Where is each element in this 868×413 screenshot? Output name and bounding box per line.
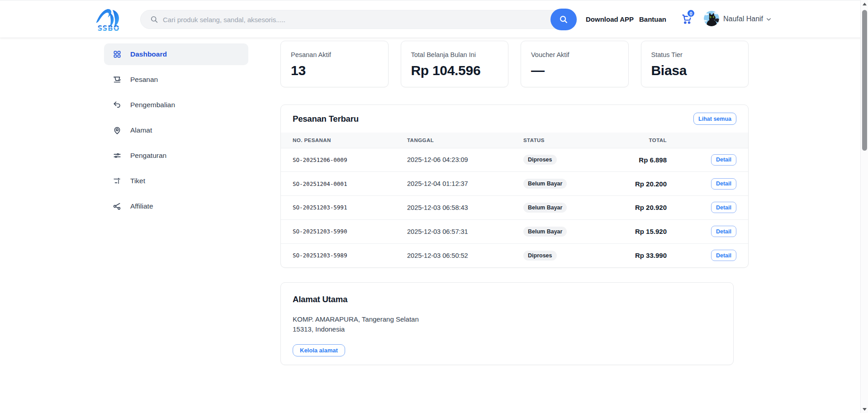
order-id: SO-20251203-5989 — [281, 243, 407, 267]
order-total: Rp 33.990 — [632, 243, 667, 267]
logo-wordmark: SSBO — [97, 24, 119, 32]
stat-value: Rp 104.596 — [411, 63, 498, 78]
detail-button[interactable]: Detail — [711, 154, 736, 166]
sidebar-item-affiliate[interactable]: Affiliate — [104, 195, 248, 217]
nav-bantuan[interactable]: Bantuan — [639, 15, 666, 23]
order-date: 2025-12-03 06:57:31 — [407, 219, 523, 243]
order-status-badge: Diproses — [523, 251, 557, 261]
stat-value: — — [531, 63, 618, 78]
order-date: 2025-12-06 04:23:09 — [407, 148, 523, 172]
stat-card-total-belanja: Total Belanja Bulan Ini Rp 104.596 — [401, 41, 509, 87]
scrollbar-thumb[interactable] — [862, 10, 867, 151]
order-total: Rp 6.898 — [632, 148, 667, 172]
return-arrow-icon — [113, 100, 122, 109]
stat-card-pesanan-aktif: Pesanan Aktif 13 — [280, 41, 389, 87]
detail-button[interactable]: Detail — [711, 178, 736, 190]
view-all-button[interactable]: Lihat semua — [693, 113, 736, 125]
search-icon — [150, 15, 159, 24]
sidebar-item-pesanan[interactable]: Pesanan — [104, 69, 248, 90]
stat-cards: Pesanan Aktif 13 Total Belanja Bulan Ini… — [280, 41, 749, 87]
share-icon — [113, 202, 122, 211]
sidebar-item-label: Dashboard — [130, 50, 167, 58]
order-row: SO-20251206-0009 2025-12-06 04:23:09 Dip… — [281, 148, 748, 172]
order-total: Rp 20.920 — [632, 196, 667, 220]
stat-label: Voucher Aktif — [531, 51, 618, 59]
manage-address-button[interactable]: Kelola alamat — [293, 344, 345, 356]
stat-card-voucher-aktif: Voucher Aktif — — [521, 41, 629, 87]
chevron-down-icon[interactable] — [765, 16, 772, 23]
main-content: Pesanan Aktif 13 Total Belanja Bulan Ini… — [280, 38, 749, 365]
order-row: SO-20251203-5991 2025-12-03 06:58:43 Bel… — [281, 196, 748, 220]
search-bar — [140, 10, 577, 29]
sidebar-item-pengembalian[interactable]: Pengembalian — [104, 94, 248, 116]
header: SSBO Download APP Bantuan 0 — [0, 0, 868, 38]
order-status-badge: Belum Bayar — [523, 227, 567, 237]
primary-address-card: Alamat Utama KOMP. AMARAPURA, Tangerang … — [280, 282, 734, 365]
column-tanggal: TANGGAL — [407, 133, 523, 148]
scrollbar-down-arrow[interactable] — [861, 405, 868, 413]
order-id: SO-20251204-0001 — [281, 172, 407, 196]
dashboard-grid-icon — [113, 50, 122, 59]
order-date: 2025-12-04 01:12:37 — [407, 172, 523, 196]
stat-label: Status Tier — [651, 51, 739, 59]
stat-label: Pesanan Aktif — [291, 51, 378, 59]
orders-table: NO. PESANAN TANGGAL STATUS TOTAL SO-2025… — [281, 133, 748, 267]
map-pin-icon — [113, 126, 122, 135]
nav-download-app[interactable]: Download APP — [586, 15, 634, 23]
sidebar-item-alamat[interactable]: Alamat — [104, 119, 248, 141]
stat-label: Total Belanja Bulan Ini — [411, 51, 498, 59]
column-actions — [667, 133, 748, 148]
order-id: SO-20251203-5991 — [281, 196, 407, 220]
order-status-badge: Belum Bayar — [523, 203, 567, 213]
search-submit-button[interactable] — [550, 9, 577, 30]
order-id: SO-20251206-0009 — [281, 148, 407, 172]
orders-cart-icon — [113, 75, 122, 84]
column-no-pesanan: NO. PESANAN — [281, 133, 407, 148]
scrollbar-up-arrow[interactable] — [861, 0, 868, 8]
window-top-divider — [0, 0, 868, 0]
sidebar-item-label: Pengaturan — [130, 152, 166, 160]
search-submit-icon — [559, 14, 569, 24]
browser-scrollbar[interactable] — [860, 0, 868, 413]
detail-button[interactable]: Detail — [711, 226, 736, 237]
stat-card-status-tier: Status Tier Biasa — [641, 41, 749, 87]
sidebar-item-dashboard[interactable]: Dashboard — [104, 43, 248, 65]
sidebar-item-label: Affiliate — [130, 202, 153, 210]
stat-value: Biasa — [651, 63, 739, 78]
sidebar-item-tiket[interactable]: Tiket — [104, 170, 248, 192]
page-body: Dashboard Pesanan Pengembalian — [0, 38, 868, 365]
order-status-badge: Diproses — [523, 155, 557, 165]
user-name[interactable]: Naufal Hanif — [723, 15, 763, 23]
logo-wave-left — [96, 9, 112, 23]
primary-address-title: Alamat Utama — [293, 294, 721, 304]
sidebar-item-label: Alamat — [130, 126, 152, 134]
search-input[interactable] — [163, 16, 577, 24]
orders-table-header-row: NO. PESANAN TANGGAL STATUS TOTAL — [281, 133, 748, 148]
column-status: STATUS — [523, 133, 632, 148]
detail-button[interactable]: Detail — [711, 202, 736, 213]
sidebar-item-label: Pengembalian — [130, 101, 175, 109]
order-row: SO-20251203-5989 2025-12-03 06:50:52 Dip… — [281, 243, 748, 267]
detail-button[interactable]: Detail — [711, 250, 736, 261]
order-date: 2025-12-03 06:50:52 — [407, 243, 523, 267]
cart-count-badge: 0 — [687, 9, 695, 18]
ticket-icon — [113, 176, 122, 185]
avatar[interactable] — [704, 11, 719, 26]
ssbo-logo[interactable]: SSBO — [95, 6, 122, 32]
order-row: SO-20251204-0001 2025-12-04 01:12:37 Bel… — [281, 172, 748, 196]
order-id: SO-20251203-5990 — [281, 219, 407, 243]
order-row: SO-20251203-5990 2025-12-03 06:57:31 Bel… — [281, 219, 748, 243]
order-total: Rp 15.920 — [632, 219, 667, 243]
order-status-badge: Belum Bayar — [523, 179, 567, 189]
order-total: Rp 20.200 — [632, 172, 667, 196]
recent-orders-card: Pesanan Terbaru Lihat semua NO. PESANAN … — [280, 104, 749, 268]
sidebar-item-label: Tiket — [130, 177, 145, 185]
sliders-icon — [113, 151, 122, 160]
sidebar-item-label: Pesanan — [130, 76, 158, 84]
sidebar-item-pengaturan[interactable]: Pengaturan — [104, 145, 248, 166]
cart-button[interactable]: 0 — [681, 13, 693, 24]
column-total: TOTAL — [632, 133, 667, 148]
address-line-1: KOMP. AMARAPURA, Tangerang Selatan — [293, 314, 721, 324]
stat-value: 13 — [291, 63, 378, 78]
order-date: 2025-12-03 06:58:43 — [407, 196, 523, 220]
